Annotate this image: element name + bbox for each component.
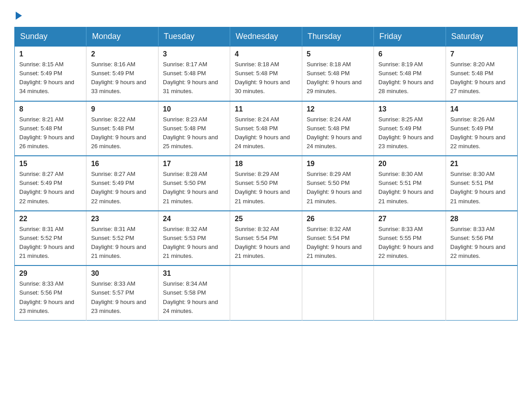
day-headers-row: SundayMondayTuesdayWednesdayThursdayFrid… <box>15 27 518 47</box>
day-number: 9 <box>91 105 153 113</box>
calendar-day: 2 Sunrise: 8:16 AMSunset: 5:49 PMDayligh… <box>86 46 158 101</box>
day-info: Sunrise: 8:33 AMSunset: 5:56 PMDaylight:… <box>19 279 82 316</box>
calendar-day: 5 Sunrise: 8:18 AMSunset: 5:48 PMDayligh… <box>302 46 373 101</box>
day-info: Sunrise: 8:24 AMSunset: 5:48 PMDaylight:… <box>235 115 297 151</box>
header <box>14 11 518 20</box>
day-number: 11 <box>235 105 297 113</box>
calendar-day: 20 Sunrise: 8:30 AMSunset: 5:51 PMDaylig… <box>374 156 446 211</box>
day-number: 26 <box>307 215 369 223</box>
day-info: Sunrise: 8:29 AMSunset: 5:50 PMDaylight:… <box>307 170 369 206</box>
day-number: 5 <box>307 50 369 58</box>
day-info: Sunrise: 8:16 AMSunset: 5:49 PMDaylight:… <box>91 60 153 96</box>
column-header-thursday: Thursday <box>302 27 373 47</box>
day-info: Sunrise: 8:15 AMSunset: 5:49 PMDaylight:… <box>19 60 82 96</box>
calendar-day: 23 Sunrise: 8:31 AMSunset: 5:52 PMDaylig… <box>86 211 158 266</box>
day-info: Sunrise: 8:23 AMSunset: 5:48 PMDaylight:… <box>163 115 225 151</box>
day-info: Sunrise: 8:28 AMSunset: 5:50 PMDaylight:… <box>163 170 225 206</box>
day-info: Sunrise: 8:33 AMSunset: 5:57 PMDaylight:… <box>91 279 153 316</box>
calendar-table: SundayMondayTuesdayWednesdayThursdayFrid… <box>14 27 518 321</box>
day-number: 29 <box>19 270 82 278</box>
calendar-day: 21 Sunrise: 8:30 AMSunset: 5:51 PMDaylig… <box>446 156 517 211</box>
day-info: Sunrise: 8:31 AMSunset: 5:52 PMDaylight:… <box>91 225 153 261</box>
day-number: 25 <box>235 215 297 223</box>
day-number: 14 <box>450 105 513 113</box>
day-info: Sunrise: 8:29 AMSunset: 5:50 PMDaylight:… <box>235 170 297 206</box>
calendar-day: 31 Sunrise: 8:34 AMSunset: 5:58 PMDaylig… <box>158 265 230 320</box>
calendar-day: 12 Sunrise: 8:24 AMSunset: 5:48 PMDaylig… <box>302 101 373 156</box>
day-number: 2 <box>91 50 153 58</box>
calendar-day: 25 Sunrise: 8:32 AMSunset: 5:54 PMDaylig… <box>230 211 302 266</box>
day-info: Sunrise: 8:32 AMSunset: 5:54 PMDaylight:… <box>307 225 369 261</box>
column-header-tuesday: Tuesday <box>158 27 230 47</box>
calendar-day: 22 Sunrise: 8:31 AMSunset: 5:52 PMDaylig… <box>15 211 86 266</box>
day-info: Sunrise: 8:18 AMSunset: 5:48 PMDaylight:… <box>235 60 297 96</box>
calendar-day: 27 Sunrise: 8:33 AMSunset: 5:55 PMDaylig… <box>374 211 446 266</box>
day-number: 12 <box>307 105 369 113</box>
calendar-day: 16 Sunrise: 8:27 AMSunset: 5:49 PMDaylig… <box>86 156 158 211</box>
day-info: Sunrise: 8:19 AMSunset: 5:48 PMDaylight:… <box>378 60 441 96</box>
day-number: 18 <box>235 160 297 168</box>
calendar-header: SundayMondayTuesdayWednesdayThursdayFrid… <box>15 27 518 47</box>
day-info: Sunrise: 8:21 AMSunset: 5:48 PMDaylight:… <box>19 115 82 151</box>
calendar-day <box>446 265 517 320</box>
day-info: Sunrise: 8:33 AMSunset: 5:55 PMDaylight:… <box>378 225 441 261</box>
column-header-sunday: Sunday <box>15 27 86 47</box>
day-info: Sunrise: 8:20 AMSunset: 5:48 PMDaylight:… <box>450 60 513 96</box>
calendar-week-row: 8 Sunrise: 8:21 AMSunset: 5:48 PMDayligh… <box>15 101 518 156</box>
day-number: 4 <box>235 50 297 58</box>
calendar-day: 28 Sunrise: 8:33 AMSunset: 5:56 PMDaylig… <box>446 211 517 266</box>
day-number: 10 <box>163 105 225 113</box>
calendar-day: 7 Sunrise: 8:20 AMSunset: 5:48 PMDayligh… <box>446 46 517 101</box>
calendar-week-row: 22 Sunrise: 8:31 AMSunset: 5:52 PMDaylig… <box>15 211 518 266</box>
calendar-day <box>302 265 373 320</box>
calendar-day: 19 Sunrise: 8:29 AMSunset: 5:50 PMDaylig… <box>302 156 373 211</box>
day-info: Sunrise: 8:33 AMSunset: 5:56 PMDaylight:… <box>450 225 513 261</box>
calendar-week-row: 1 Sunrise: 8:15 AMSunset: 5:49 PMDayligh… <box>15 46 518 101</box>
calendar-day: 10 Sunrise: 8:23 AMSunset: 5:48 PMDaylig… <box>158 101 230 156</box>
day-info: Sunrise: 8:18 AMSunset: 5:48 PMDaylight:… <box>307 60 369 96</box>
calendar-day: 24 Sunrise: 8:32 AMSunset: 5:53 PMDaylig… <box>158 211 230 266</box>
calendar-day: 9 Sunrise: 8:22 AMSunset: 5:48 PMDayligh… <box>86 101 158 156</box>
day-info: Sunrise: 8:27 AMSunset: 5:49 PMDaylight:… <box>19 170 82 206</box>
calendar-day: 6 Sunrise: 8:19 AMSunset: 5:48 PMDayligh… <box>374 46 446 101</box>
calendar-day: 11 Sunrise: 8:24 AMSunset: 5:48 PMDaylig… <box>230 101 302 156</box>
day-info: Sunrise: 8:32 AMSunset: 5:54 PMDaylight:… <box>235 225 297 261</box>
day-info: Sunrise: 8:34 AMSunset: 5:58 PMDaylight:… <box>163 279 225 316</box>
column-header-wednesday: Wednesday <box>230 27 302 47</box>
day-info: Sunrise: 8:27 AMSunset: 5:49 PMDaylight:… <box>91 170 153 206</box>
day-info: Sunrise: 8:26 AMSunset: 5:49 PMDaylight:… <box>450 115 513 151</box>
calendar-day: 26 Sunrise: 8:32 AMSunset: 5:54 PMDaylig… <box>302 211 373 266</box>
day-info: Sunrise: 8:17 AMSunset: 5:48 PMDaylight:… <box>163 60 225 96</box>
column-header-friday: Friday <box>374 27 446 47</box>
day-number: 3 <box>163 50 225 58</box>
day-number: 19 <box>307 160 369 168</box>
day-info: Sunrise: 8:30 AMSunset: 5:51 PMDaylight:… <box>378 170 441 206</box>
calendar-day: 8 Sunrise: 8:21 AMSunset: 5:48 PMDayligh… <box>15 101 86 156</box>
day-number: 22 <box>19 215 82 223</box>
day-info: Sunrise: 8:25 AMSunset: 5:49 PMDaylight:… <box>378 115 441 151</box>
day-number: 13 <box>378 105 441 113</box>
day-number: 31 <box>163 270 225 278</box>
calendar-day: 13 Sunrise: 8:25 AMSunset: 5:49 PMDaylig… <box>374 101 446 156</box>
logo <box>14 11 22 20</box>
calendar-day: 30 Sunrise: 8:33 AMSunset: 5:57 PMDaylig… <box>86 265 158 320</box>
day-number: 30 <box>91 270 153 278</box>
calendar-week-row: 29 Sunrise: 8:33 AMSunset: 5:56 PMDaylig… <box>15 265 518 320</box>
day-info: Sunrise: 8:30 AMSunset: 5:51 PMDaylight:… <box>450 170 513 206</box>
day-info: Sunrise: 8:22 AMSunset: 5:48 PMDaylight:… <box>91 115 153 151</box>
calendar-day: 15 Sunrise: 8:27 AMSunset: 5:49 PMDaylig… <box>15 156 86 211</box>
calendar-day: 17 Sunrise: 8:28 AMSunset: 5:50 PMDaylig… <box>158 156 230 211</box>
day-number: 23 <box>91 215 153 223</box>
day-number: 21 <box>450 160 513 168</box>
day-number: 27 <box>378 215 441 223</box>
calendar-day: 3 Sunrise: 8:17 AMSunset: 5:48 PMDayligh… <box>158 46 230 101</box>
calendar-day: 14 Sunrise: 8:26 AMSunset: 5:49 PMDaylig… <box>446 101 517 156</box>
day-number: 8 <box>19 105 82 113</box>
day-number: 28 <box>450 215 513 223</box>
calendar-week-row: 15 Sunrise: 8:27 AMSunset: 5:49 PMDaylig… <box>15 156 518 211</box>
day-info: Sunrise: 8:31 AMSunset: 5:52 PMDaylight:… <box>19 225 82 261</box>
day-number: 17 <box>163 160 225 168</box>
calendar-day: 4 Sunrise: 8:18 AMSunset: 5:48 PMDayligh… <box>230 46 302 101</box>
day-number: 20 <box>378 160 441 168</box>
calendar-day <box>230 265 302 320</box>
